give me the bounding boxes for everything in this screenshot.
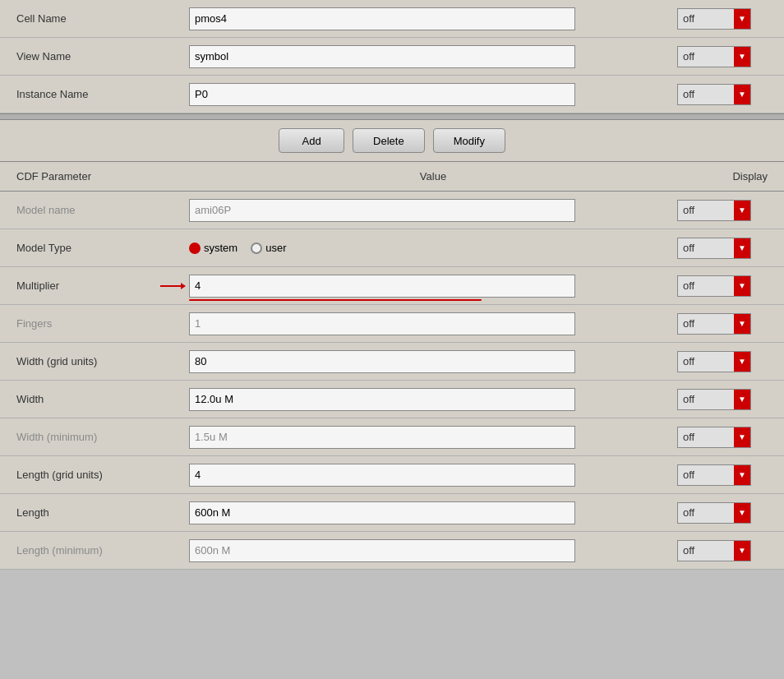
view-name-input[interactable] [189, 45, 575, 68]
param-input-2[interactable] [189, 275, 575, 298]
cell-name-value [189, 7, 677, 30]
param-input-0[interactable] [189, 199, 575, 222]
param-label-4: Width (grid units) [16, 355, 189, 367]
instance-name-display-dropdown[interactable]: off ▼ [677, 84, 751, 105]
value-header: Value [189, 170, 677, 182]
param-input-7[interactable] [189, 464, 575, 487]
param-display-col-4: off▼ [677, 351, 768, 372]
param-value-4 [189, 350, 677, 373]
param-display-dropdown-8[interactable]: off▼ [677, 502, 751, 524]
view-name-display-col: off ▼ [677, 46, 768, 67]
param-display-dropdown-6[interactable]: off▼ [677, 427, 751, 448]
instance-name-value [189, 83, 677, 106]
parameter-rows: Model nameoff▼Model Typesystemuseroff▼Mu… [0, 192, 784, 570]
param-display-text-8: off [678, 506, 734, 519]
param-dropdown-arrow-8: ▼ [734, 503, 750, 523]
param-row-2: Multiplieroff▼ [0, 267, 784, 305]
param-display-dropdown-3[interactable]: off▼ [677, 313, 751, 335]
param-display-text-5: off [678, 393, 734, 405]
cell-name-display-dropdown[interactable]: off ▼ [677, 8, 751, 30]
param-input-6[interactable] [189, 426, 575, 449]
param-display-col-9: off▼ [677, 540, 768, 561]
param-display-col-2: off▼ [677, 275, 768, 297]
add-button[interactable]: Add [279, 128, 344, 153]
radio-dot-user [251, 242, 262, 254]
param-row-0: Model nameoff▼ [0, 192, 784, 229]
cell-name-display-text: off [678, 12, 734, 25]
cdf-parameter-header: CDF Parameter [16, 170, 189, 182]
form-section: Cell Name off ▼ View Name off ▼ Instance… [0, 0, 784, 570]
param-value-2 [189, 275, 677, 298]
param-dropdown-arrow-6: ▼ [734, 427, 750, 447]
param-label-8: Length [16, 506, 189, 519]
param-value-6 [189, 426, 677, 449]
param-label-3: Fingers [16, 317, 189, 330]
param-value-9 [189, 539, 677, 562]
param-dropdown-arrow-1: ▼ [734, 238, 750, 258]
param-display-col-8: off▼ [677, 502, 768, 524]
view-name-label: View Name [16, 50, 189, 62]
cell-name-input[interactable] [189, 7, 575, 30]
param-dropdown-arrow-5: ▼ [734, 390, 750, 409]
param-display-col-3: off▼ [677, 313, 768, 335]
param-row-3: Fingersoff▼ [0, 305, 784, 343]
param-input-8[interactable] [189, 501, 575, 524]
param-display-dropdown-5[interactable]: off▼ [677, 389, 751, 410]
radio-option-user[interactable]: user [251, 242, 286, 254]
cell-name-dropdown-arrow: ▼ [734, 9, 750, 29]
instance-name-dropdown-arrow: ▼ [734, 85, 750, 104]
param-row-6: Width (minimum)off▼ [0, 418, 784, 456]
param-row-8: Lengthoff▼ [0, 494, 784, 532]
param-input-4[interactable] [189, 350, 575, 373]
modify-button[interactable]: Modify [433, 128, 505, 153]
instance-name-input[interactable] [189, 83, 575, 106]
instance-name-display-text: off [678, 88, 734, 100]
param-display-text-4: off [678, 355, 734, 367]
param-label-7: Length (grid units) [16, 469, 189, 481]
param-display-text-7: off [678, 469, 734, 481]
param-value-3 [189, 312, 677, 335]
param-dropdown-arrow-2: ▼ [734, 276, 750, 296]
param-display-col-0: off▼ [677, 200, 768, 221]
param-value-0 [189, 199, 677, 222]
view-name-display-text: off [678, 50, 734, 62]
section-divider [0, 113, 784, 120]
view-name-row: View Name off ▼ [0, 38, 784, 76]
param-dropdown-arrow-0: ▼ [734, 201, 750, 220]
cell-name-display-col: off ▼ [677, 8, 768, 30]
radio-option-system[interactable]: system [189, 242, 238, 254]
param-display-dropdown-2[interactable]: off▼ [677, 275, 751, 297]
cell-name-row: Cell Name off ▼ [0, 0, 784, 38]
view-name-display-dropdown[interactable]: off ▼ [677, 46, 751, 67]
delete-button[interactable]: Delete [353, 128, 425, 153]
param-row-4: Width (grid units)off▼ [0, 343, 784, 381]
param-display-text-1: off [678, 242, 734, 254]
param-display-dropdown-7[interactable]: off▼ [677, 464, 751, 486]
param-display-text-6: off [678, 431, 734, 443]
param-display-dropdown-1[interactable]: off▼ [677, 238, 751, 259]
param-display-dropdown-4[interactable]: off▼ [677, 351, 751, 372]
param-label-1: Model Type [16, 242, 189, 254]
param-display-text-3: off [678, 317, 734, 330]
param-dropdown-arrow-4: ▼ [734, 352, 750, 372]
param-value-8 [189, 501, 677, 524]
action-button-row: Add Delete Modify [0, 120, 784, 162]
param-label-6: Width (minimum) [16, 431, 189, 443]
param-radio-group-1: systemuser [189, 242, 677, 254]
param-row-1: Model Typesystemuseroff▼ [0, 229, 784, 267]
instance-name-label: Instance Name [16, 88, 189, 100]
param-annotated-wrapper-2 [189, 275, 677, 298]
param-display-dropdown-0[interactable]: off▼ [677, 200, 751, 221]
param-display-text-2: off [678, 279, 734, 292]
radio-label-user: user [265, 242, 286, 254]
param-row-5: Widthoff▼ [0, 381, 784, 418]
param-input-3[interactable] [189, 312, 575, 335]
param-display-text-0: off [678, 204, 734, 216]
param-dropdown-arrow-9: ▼ [734, 541, 750, 561]
radio-label-system: system [204, 242, 238, 254]
param-input-5[interactable] [189, 388, 575, 411]
param-label-9: Length (minimum) [16, 544, 189, 557]
param-display-dropdown-9[interactable]: off▼ [677, 540, 751, 561]
param-input-9[interactable] [189, 539, 575, 562]
view-name-value [189, 45, 677, 68]
